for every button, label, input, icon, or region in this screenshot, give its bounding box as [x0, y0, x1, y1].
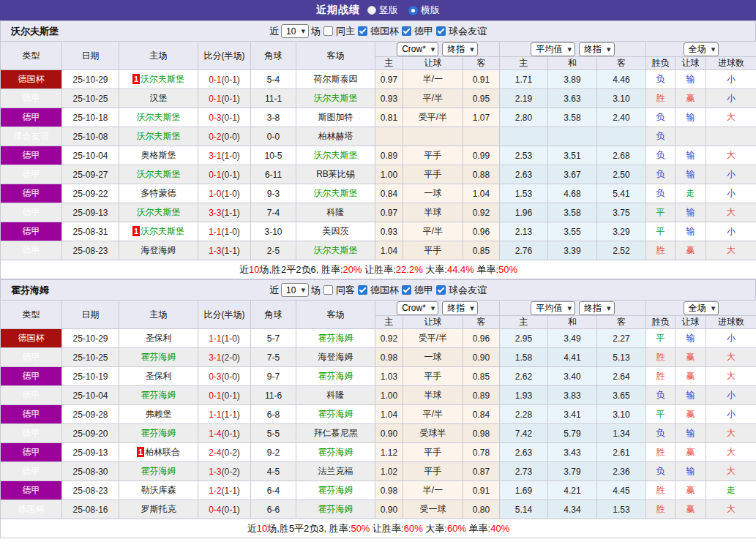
away-team-cell: 霍芬海姆 — [296, 443, 375, 462]
result-group-scope: 全场 — [646, 42, 756, 57]
goals-result-cell: 走 — [706, 481, 756, 500]
home-team-name: 霍芬海姆 — [141, 428, 176, 438]
bookmaker-select-value: Crow* — [402, 303, 426, 313]
average-odds-2: 2.27 — [597, 329, 646, 348]
full-time-score: 0-1 — [209, 94, 221, 104]
half-time-score: (0-1) — [222, 505, 240, 515]
radio-option-horizontal[interactable]: 横版 — [408, 4, 440, 17]
half-time-score: (1-0) — [222, 151, 240, 161]
scope-select[interactable]: 全场 — [684, 301, 719, 315]
handicap-result-value: 输 — [686, 207, 695, 217]
same-venue-checkbox[interactable] — [323, 26, 333, 36]
handicap-odds-2: 0.91 — [463, 481, 500, 500]
team-name: 霍芬海姆 — [11, 284, 49, 297]
average-odds-0: 2.63 — [500, 165, 548, 184]
win-loss-cell: 负 — [646, 424, 675, 443]
scope-select[interactable]: 全场 — [684, 42, 719, 56]
goals-result-cell: 大 — [706, 443, 756, 462]
handicap-odds-0: 0.93 — [375, 89, 403, 108]
corner-score: 11-6 — [251, 386, 296, 405]
final-index-select[interactable]: 终指 — [442, 42, 478, 56]
average-odds-0: 2.28 — [500, 405, 548, 424]
final-index-select-2[interactable]: 终指 — [579, 301, 615, 315]
handicap-result-cell: 输 — [675, 165, 706, 184]
recent-count-select[interactable]: 10 — [281, 283, 309, 297]
average-odds-2: 5.13 — [597, 348, 646, 367]
goals-result-value: 小 — [727, 169, 736, 179]
half-time-score: (0-0) — [222, 132, 240, 142]
handicap-odds-2: 0.92 — [463, 203, 500, 222]
competition-checkbox-0[interactable] — [358, 26, 367, 36]
same-venue-checkbox[interactable] — [323, 285, 333, 295]
radio-vertical-icon[interactable] — [367, 6, 376, 15]
half-time-score: (2-0) — [222, 353, 240, 363]
handicap-odds-2: 0.80 — [463, 500, 500, 519]
handicap-odds-0 — [375, 127, 403, 146]
win-loss-cell: 胜 — [646, 443, 675, 462]
competition-checkbox-2[interactable] — [436, 285, 446, 295]
bookmaker-select-value: Crow* — [402, 44, 426, 54]
home-team-cell: 沃尔夫斯堡 — [119, 127, 198, 146]
goals-result-value: 小 — [727, 188, 736, 198]
average-odds-0: 1.96 — [500, 203, 548, 222]
away-team-cell: 科隆 — [296, 386, 375, 405]
col-header-3: 比分(半场) — [198, 301, 251, 329]
away-team-cell: 霍芬海姆 — [296, 500, 375, 519]
away-team-name: 霍芬海姆 — [318, 333, 353, 343]
win-loss-cell: 负 — [646, 184, 675, 203]
match-date: 25-10-04 — [62, 386, 119, 405]
average-select[interactable]: 平均值 — [531, 42, 575, 56]
final-index-select-2-value: 终指 — [584, 302, 602, 314]
away-team-name: 霍芬海姆 — [318, 447, 353, 457]
competition-checkbox-1[interactable] — [402, 285, 411, 295]
summary-cell: 近10场,胜5平2负3, 胜率:50% 让胜率:60% 大率:60% 单率:40… — [1, 519, 756, 538]
summary-segment: 单率: — [466, 523, 490, 534]
win-loss-cell: 胜 — [646, 348, 675, 367]
summary-segment: 10 — [257, 523, 267, 534]
competition-label-2: 球会友谊 — [449, 25, 487, 38]
odds-group-crow: Crow*终指 — [375, 301, 500, 316]
handicap-odds-2: 0.99 — [463, 146, 500, 165]
win-loss-value: 负 — [656, 169, 665, 179]
average-select[interactable]: 平均值 — [531, 301, 575, 315]
competition-checkbox-0[interactable] — [358, 285, 367, 295]
radio-option-vertical[interactable]: 竖版 — [367, 4, 398, 17]
match-type-badge: 德甲 — [1, 108, 62, 127]
bookmaker-select[interactable]: Crow* — [397, 42, 438, 56]
final-index-select-value: 终指 — [447, 43, 465, 56]
win-loss-cell: 负 — [646, 386, 675, 405]
handicap-odds-1 — [403, 127, 463, 146]
table-row: 德甲25-10-04奥格斯堡3-1(1-0)10-5沃尔夫斯堡0.89平手0.9… — [1, 146, 756, 165]
handicap-odds-0: 0.90 — [375, 424, 403, 443]
competition-checkbox-2[interactable] — [436, 26, 446, 36]
half-time-score: (1-0) — [222, 227, 240, 237]
away-team-cell: 沃尔夫斯堡 — [296, 89, 375, 108]
corner-score: 5-4 — [251, 70, 296, 89]
match-date: 25-10-29 — [62, 70, 119, 89]
sub-header-7: 让球 — [675, 316, 706, 329]
radio-horizontal-label: 横版 — [421, 4, 440, 17]
away-team-name: 荷尔斯泰因 — [314, 74, 358, 84]
final-index-select-2[interactable]: 终指 — [579, 42, 615, 56]
handicap-odds-1: 受平/半 — [403, 108, 463, 127]
corner-score: 6-4 — [251, 481, 296, 500]
full-time-score: 1-3 — [209, 467, 221, 477]
goals-result-value: 大 — [727, 504, 736, 514]
win-loss-value: 负 — [656, 150, 665, 160]
summary-segment: 让胜率: — [362, 264, 396, 275]
handicap-odds-2: 0.85 — [463, 241, 500, 260]
competition-checkbox-1[interactable] — [402, 26, 411, 36]
score-cell: 1-1(1-0) — [198, 329, 251, 348]
radio-horizontal-icon[interactable] — [408, 6, 418, 15]
bookmaker-select[interactable]: Crow* — [397, 301, 438, 315]
match-type-badge: 德甲 — [1, 203, 62, 222]
table-row: 德甲25-10-19圣保利0-3(0-0)9-7霍芬海姆1.03平手0.852.… — [1, 367, 756, 386]
average-odds-0: 1.93 — [500, 386, 548, 405]
final-index-select[interactable]: 终指 — [442, 301, 478, 315]
final-index-select-value: 终指 — [447, 302, 465, 314]
match-date: 25-10-29 — [62, 329, 119, 348]
recent-count-select[interactable]: 10 — [281, 24, 309, 38]
away-team-name: 沃尔夫斯堡 — [314, 150, 358, 160]
handicap-odds-2 — [463, 127, 500, 146]
home-team-name: 沃尔夫斯堡 — [141, 226, 184, 236]
